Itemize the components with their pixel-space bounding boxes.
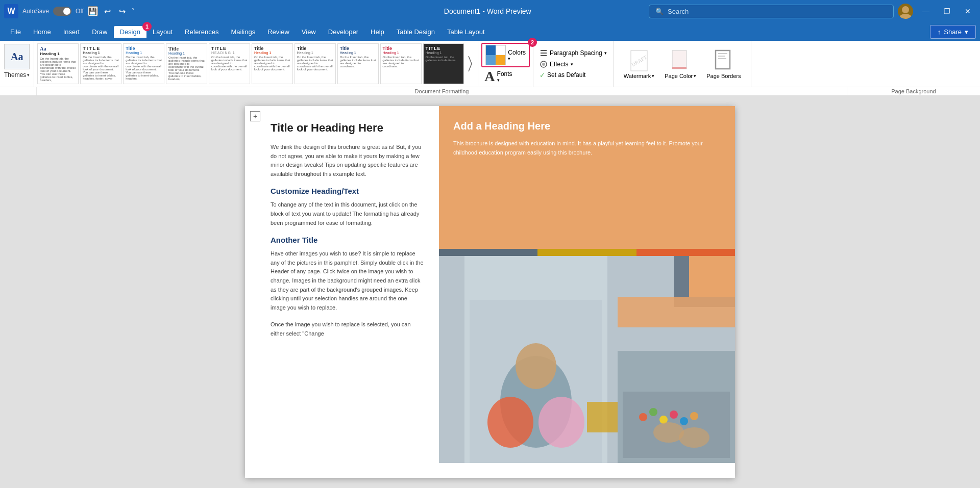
theme-thumb-default[interactable]: Aa Heading 1 On the Insert tab, the gall…: [37, 43, 79, 84]
svg-point-17: [487, 397, 533, 448]
theme-scroll-right[interactable]: [465, 54, 475, 74]
menu-developer[interactable]: Developer: [322, 26, 364, 38]
autosave-toggle[interactable]: [53, 7, 71, 16]
menu-review[interactable]: Review: [261, 26, 296, 38]
theme-thumb-title-heading[interactable]: Title Heading 1 On the Insert tab, the g…: [166, 43, 207, 84]
menu-view[interactable]: View: [296, 26, 322, 38]
doc-body1: We think the design of this brochure is …: [271, 143, 424, 178]
set-as-default-button[interactable]: ✓ Set as Default: [540, 71, 607, 79]
orange-heading-box: Add a Heading Here This brochure is desi…: [439, 106, 735, 249]
doc-body2: To change any of the text in this docume…: [271, 200, 424, 227]
save-button[interactable]: 💾: [88, 6, 98, 16]
colors-dropdown-arrow: ▾: [508, 56, 510, 61]
theme-thumb-7[interactable]: Title Heading 1 On the Insert tab, the g…: [295, 43, 336, 84]
colors-button[interactable]: Colors ▾: [481, 43, 530, 67]
menu-design[interactable]: Design 1: [114, 26, 146, 38]
menu-mailings[interactable]: Mailings: [225, 26, 262, 38]
watermark-button[interactable]: DRAFT Watermark ▾: [620, 46, 658, 81]
step2-badge: 2: [528, 38, 537, 47]
word-icon: W: [4, 4, 18, 18]
photo-section: [439, 256, 735, 463]
paragraph-spacing-button[interactable]: Paragraph Spacing ▾: [540, 49, 607, 57]
color-bar-gray: [439, 249, 537, 256]
share-button[interactable]: ↑ Share ▾: [930, 25, 976, 39]
main-area: + Title or Heading Here We think the des…: [0, 96, 980, 488]
user-avatar[interactable]: [898, 4, 913, 19]
svg-point-27: [690, 412, 698, 420]
search-icon: 🔍: [655, 8, 664, 15]
fonts-label: Fonts: [497, 70, 512, 78]
menu-insert[interactable]: Insert: [57, 26, 86, 38]
theme-thumb-title[interactable]: TITLE Heading 1 On the Insert tab, the g…: [80, 43, 121, 84]
color-swatch-white: [496, 45, 505, 55]
page-color-button[interactable]: Page Color ▾: [660, 46, 700, 81]
checkmark-icon: ✓: [540, 71, 545, 79]
svg-point-6: [542, 63, 545, 66]
redo-button[interactable]: ↪: [117, 5, 128, 18]
orange-box-text: This brochure is designed with education…: [453, 139, 721, 235]
theme-thumb-6[interactable]: Title Heading 1 On the Insert tab, the g…: [252, 43, 293, 84]
page-color-label: Page Color: [665, 73, 693, 79]
document-title: Document1 - Word Preview: [444, 7, 531, 15]
title-bar: W AutoSave Off 💾 ↩ ↪ ˅ Document1 - Word …: [0, 0, 980, 22]
color-swatch-lightblue: [486, 55, 496, 65]
undo-button[interactable]: ↩: [102, 5, 113, 18]
svg-point-1: [899, 14, 912, 19]
customize-qat-button[interactable]: ˅: [132, 8, 135, 15]
effects-icon: [540, 60, 548, 68]
minimize-button[interactable]: —: [917, 5, 935, 17]
colors-label: Colors: [508, 49, 526, 56]
svg-rect-14: [718, 58, 726, 59]
themes-label: Themes ▾: [4, 71, 30, 79]
page-borders-label: Page Borders: [706, 73, 741, 79]
doc-section1-title: Customize Heading/Text: [271, 187, 424, 195]
svg-point-19: [516, 343, 556, 389]
theme-thumb-3[interactable]: Title Heading 1 On the Insert tab, the g…: [123, 43, 164, 84]
ribbon: Aa Themes ▾ Aa Heading 1 On the Insert t…: [0, 41, 980, 96]
themes-button[interactable]: Aa Themes ▾: [0, 41, 34, 87]
menu-home[interactable]: Home: [27, 26, 57, 38]
theme-thumb-10[interactable]: TITLE Heading 1 On the Insert tab, the g…: [423, 43, 464, 84]
watermark-icon: DRAFT: [629, 48, 649, 73]
ribbon-section-labels: Document Formatting Page Background: [0, 87, 980, 95]
watermark-label: Watermark: [624, 73, 651, 79]
theme-thumb-8[interactable]: Title Heading 1 On the Insert tab, the g…: [337, 43, 379, 84]
fonts-button[interactable]: A Fonts ▾: [481, 68, 530, 85]
menu-references[interactable]: References: [179, 26, 225, 38]
svg-rect-9: [672, 50, 687, 69]
add-table-handle[interactable]: +: [250, 111, 260, 121]
watermark-arrow: ▾: [652, 73, 654, 79]
doc-title: Title or Heading Here: [271, 121, 424, 135]
menu-table-layout[interactable]: Table Layout: [441, 26, 491, 38]
effects-label: Effects: [550, 61, 568, 68]
theme-thumb-9[interactable]: Title Heading 1 On the Insert tab, the g…: [380, 43, 422, 84]
svg-rect-13: [718, 56, 725, 57]
theme-thumb-5[interactable]: TITLE HEADING 1 On the Insert tab, the g…: [209, 43, 250, 84]
close-button[interactable]: ✕: [960, 5, 976, 17]
search-box[interactable]: 🔍 Search: [649, 5, 894, 18]
maximize-button[interactable]: ❐: [939, 5, 955, 17]
photo-yellow-block: [587, 402, 618, 432]
menu-file[interactable]: File: [4, 26, 27, 38]
svg-point-25: [670, 410, 678, 419]
menu-help[interactable]: Help: [364, 26, 390, 38]
svg-point-29: [679, 427, 709, 448]
effects-button[interactable]: Effects ▾: [540, 60, 607, 68]
svg-rect-10: [672, 67, 687, 69]
color-bars: [439, 249, 735, 256]
svg-rect-12: [718, 53, 727, 54]
plus-icon: +: [253, 112, 257, 120]
share-icon: ↑: [938, 28, 941, 36]
toggle-knob: [63, 8, 70, 15]
svg-point-22: [639, 413, 647, 421]
formatting-options-section: Paragraph Spacing ▾ Effects ▾ ✓ Set as D…: [533, 41, 614, 87]
page-borders-button[interactable]: Page Borders: [702, 46, 745, 81]
menu-draw[interactable]: Draw: [86, 26, 113, 38]
photo-orange-mid: [618, 297, 735, 327]
fonts-dropdown-arrow: ▾: [497, 78, 512, 83]
menu-table-design[interactable]: Table Design: [390, 26, 441, 38]
document-page: + Title or Heading Here We think the des…: [245, 106, 735, 478]
svg-rect-4: [541, 55, 547, 56]
effects-arrow: ▾: [571, 62, 573, 67]
page-color-icon: [671, 49, 690, 72]
